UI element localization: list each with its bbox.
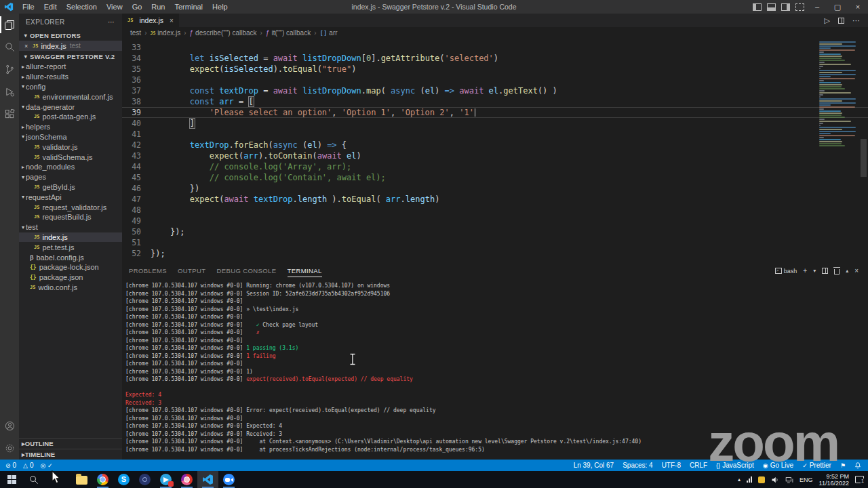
tree-item-allure-report[interactable]: ▸allure-report <box>19 62 122 72</box>
line-number[interactable]: 48 <box>122 205 151 216</box>
run-button[interactable]: ▷ <box>825 16 830 25</box>
tree-item-pet-test-js[interactable]: JSpet.test.js <box>19 242 122 252</box>
activitybar-run-debug[interactable] <box>0 81 19 103</box>
status-bell[interactable] <box>854 462 861 469</box>
line-number[interactable]: 46 <box>122 183 151 194</box>
kill-terminal-icon[interactable] <box>834 269 840 274</box>
panel-tab-problems[interactable]: PROBLEMS <box>129 264 167 277</box>
taskbar-clock[interactable]: 9:52 PM 11/16/2022 <box>819 473 849 487</box>
close-icon[interactable]: × <box>24 43 33 49</box>
open-editors-section[interactable]: ▾ OPEN EDITORS <box>19 30 122 41</box>
code-line[interactable]: 41 <box>122 129 868 140</box>
breadcrumb-item[interactable]: ƒdescribe("") callback <box>190 29 257 37</box>
tree-item-jsonschema[interactable]: ▾jsonSchema <box>19 132 122 142</box>
project-section[interactable]: ▾ SWAGGER PETSTORE V.2 <box>19 51 122 62</box>
tree-item-config[interactable]: ▾config <box>19 82 122 92</box>
activitybar-search[interactable] <box>0 36 19 58</box>
notification-center-icon[interactable]: 1 <box>855 476 864 483</box>
tree-item-babel-config-js[interactable]: βbabel.config.js <box>19 252 122 262</box>
taskbar-app-skype[interactable]: S <box>113 471 134 488</box>
code-line[interactable]: 46 }) <box>122 183 868 194</box>
toggle-panel-icon[interactable] <box>767 3 776 11</box>
tray-app-icon[interactable] <box>758 476 765 483</box>
code-line[interactable]: 39 'Please select an option', 'Option 1'… <box>122 107 868 118</box>
close-button[interactable]: × <box>848 0 868 14</box>
speaker-icon[interactable] <box>771 476 779 484</box>
menu-selection[interactable]: Selection <box>62 3 102 11</box>
code-line[interactable]: 50 }); <box>122 226 868 237</box>
menu-help[interactable]: Help <box>208 3 233 11</box>
tree-item-package-lock-json[interactable]: {}package-lock.json <box>19 262 122 272</box>
activitybar-extensions[interactable] <box>0 103 19 125</box>
language-indicator[interactable]: ENG <box>800 476 813 483</box>
menu-terminal[interactable]: Terminal <box>170 3 208 11</box>
code-line[interactable]: 33 <box>122 42 868 53</box>
activitybar-source-control[interactable] <box>0 58 19 81</box>
panel-tab-debug-console[interactable]: DEBUG CONSOLE <box>216 264 276 277</box>
menu-view[interactable]: View <box>102 3 127 11</box>
tree-item-data-generator[interactable]: ▾data-generator <box>19 102 122 112</box>
menu-run[interactable]: Run <box>146 3 170 11</box>
tree-item-environmental-conf-js[interactable]: JSenvironmental.conf.js <box>19 92 122 102</box>
line-number[interactable]: 50 <box>122 226 151 237</box>
taskbar-search[interactable] <box>23 471 44 488</box>
tree-item-helpers[interactable]: ▸helpers <box>19 122 122 132</box>
line-number[interactable]: 49 <box>122 216 151 226</box>
status-utf-8[interactable]: UTF-8 <box>662 462 681 469</box>
maximize-panel-icon[interactable]: ▴ <box>846 268 848 274</box>
line-number[interactable]: 35 <box>122 64 151 75</box>
code-line[interactable]: 44 // console.log('Array', arr); <box>122 161 868 172</box>
network-icon[interactable] <box>785 476 793 484</box>
tree-item-request-validator-js[interactable]: JSrequest_validator.js <box>19 202 122 212</box>
code-editor[interactable]: 3334 let isSelected = await listDropDown… <box>122 39 868 264</box>
code-line[interactable]: 38 const arr = [ <box>122 96 868 107</box>
taskbar-app-vscode[interactable] <box>197 471 218 488</box>
status-0[interactable]: ⊘0 <box>5 462 16 469</box>
outline-section[interactable]: ▸ OUTLINE <box>19 438 122 449</box>
open-editor-item[interactable]: × JS index.js test <box>19 41 122 51</box>
status-ln-39-col-67[interactable]: Ln 39, Col 67 <box>574 462 614 469</box>
timeline-section[interactable]: ▸ TIMELINE <box>19 449 122 460</box>
breadcrumb-item[interactable]: ƒit("") callback <box>266 29 311 37</box>
code-line[interactable]: 49 <box>122 216 868 226</box>
restore-button[interactable]: ▢ <box>827 0 848 14</box>
minimap[interactable] <box>819 41 857 147</box>
customize-layout-icon[interactable] <box>795 3 804 11</box>
line-number[interactable]: 37 <box>122 85 151 96</box>
split-terminal-icon[interactable] <box>822 268 828 274</box>
code-line[interactable]: 37 const textDrop = await listDropDown.m… <box>122 85 868 96</box>
code-line[interactable]: 52}); <box>122 248 868 259</box>
code-line[interactable]: 40 ] <box>122 118 868 129</box>
tree-item-validator-js[interactable]: JSvalidator.js <box>19 142 122 152</box>
tree-item-test[interactable]: ▾test <box>19 222 122 232</box>
code-line[interactable]: 43 expect(arr).toContain(await el) <box>122 150 868 161</box>
breadcrumb-item[interactable]: JSindex.js <box>150 29 180 37</box>
new-terminal-button[interactable]: + <box>803 267 807 274</box>
taskbar-app-zoom[interactable] <box>218 471 239 488</box>
tree-item-node-modules[interactable]: ▸node_modules <box>19 162 122 172</box>
toggle-secondary-sidebar-icon[interactable] <box>781 3 790 11</box>
line-number[interactable]: 52 <box>122 248 151 259</box>
code-line[interactable]: 42 textDrop.forEach(async (el) => { <box>122 140 868 150</box>
tree-item-allure-results[interactable]: ▸allure-results <box>19 72 122 82</box>
activitybar-settings[interactable] <box>0 437 19 460</box>
breadcrumb-item[interactable]: []arr <box>320 29 338 37</box>
panel-tab-terminal[interactable]: TERMINAL <box>288 264 322 277</box>
line-number[interactable]: 44 <box>122 161 151 172</box>
menu-go[interactable]: Go <box>127 3 147 11</box>
more-actions-icon[interactable]: ⋯ <box>108 18 115 26</box>
tree-item-requestapi[interactable]: ▾requestApi <box>19 192 122 202</box>
line-number[interactable]: 41 <box>122 129 151 140</box>
line-number[interactable]: 36 <box>122 75 151 85</box>
taskbar-app-file-explorer[interactable] <box>71 471 92 488</box>
tree-item-pages[interactable]: ▾pages <box>19 172 122 182</box>
more-actions-icon[interactable]: ⋯ <box>852 16 860 25</box>
signal-icon[interactable] <box>747 476 752 483</box>
start-button[interactable] <box>0 471 23 488</box>
line-number[interactable]: 34 <box>122 53 151 64</box>
line-number[interactable]: 40 <box>122 118 151 129</box>
code-line[interactable]: 35 expect(isSelected).toEqual("true") <box>122 64 868 75</box>
editor-scrollbar[interactable] <box>861 139 867 177</box>
status-crlf[interactable]: CRLF <box>690 462 707 469</box>
line-number[interactable]: 47 <box>122 194 151 205</box>
